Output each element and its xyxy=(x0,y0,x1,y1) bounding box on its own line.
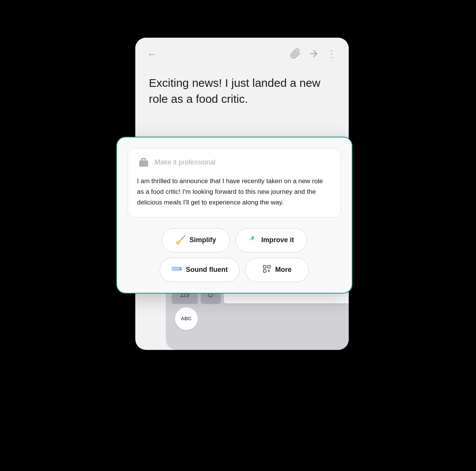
sound-fluent-label: Sound fluent xyxy=(186,266,228,274)
svg-rect-13 xyxy=(263,265,266,268)
app-header: ← ⋮ xyxy=(135,38,349,67)
svg-rect-14 xyxy=(268,265,270,268)
attach-icon[interactable] xyxy=(290,48,301,61)
simplify-icon: 🧹 xyxy=(175,235,186,245)
more-icon[interactable]: ⋮ xyxy=(327,48,337,60)
simplify-button[interactable]: 🧹 Simplify xyxy=(162,228,230,252)
header-right-icons: ⋮ xyxy=(290,48,337,61)
improve-icon xyxy=(248,235,257,246)
svg-rect-10 xyxy=(173,268,175,270)
sound-fluent-icon xyxy=(171,264,182,276)
ai-suggestion-card: Make it professional I am thrilled to an… xyxy=(116,137,353,294)
settings-icon[interactable] xyxy=(347,307,349,330)
svg-rect-5 xyxy=(139,160,148,166)
svg-rect-15 xyxy=(263,270,266,272)
keyboard-bottom: ABC xyxy=(172,307,349,330)
message-text: Exciting news! I just landed a new role … xyxy=(149,75,335,107)
suggestion-title: Make it professional xyxy=(155,158,216,166)
send-icon[interactable] xyxy=(308,48,319,61)
simplify-label: Simplify xyxy=(189,236,216,244)
more-button[interactable]: More xyxy=(245,258,309,282)
suggestion-box: Make it professional I am thrilled to an… xyxy=(128,148,341,217)
more-icon xyxy=(262,264,271,276)
action-buttons-row-2: Sound fluent More xyxy=(128,258,341,282)
action-buttons: 🧹 Simplify Improve it xyxy=(128,228,341,282)
suggestion-body: I am thrilled to announce that I have re… xyxy=(137,176,332,208)
briefcase-icon xyxy=(137,156,150,169)
action-buttons-row-1: 🧹 Simplify Improve it xyxy=(128,228,341,252)
improve-label: Improve it xyxy=(261,236,294,244)
svg-rect-11 xyxy=(175,268,177,270)
svg-rect-12 xyxy=(178,268,179,270)
improve-button[interactable]: Improve it xyxy=(236,228,307,252)
suggestion-header: Make it professional xyxy=(137,156,332,169)
back-button[interactable]: ← xyxy=(147,48,157,60)
abc-button[interactable]: ABC xyxy=(175,307,198,330)
sound-fluent-button[interactable]: Sound fluent xyxy=(160,258,240,282)
message-area: Exciting news! I just landed a new role … xyxy=(135,67,349,116)
more-label: More xyxy=(275,266,292,274)
